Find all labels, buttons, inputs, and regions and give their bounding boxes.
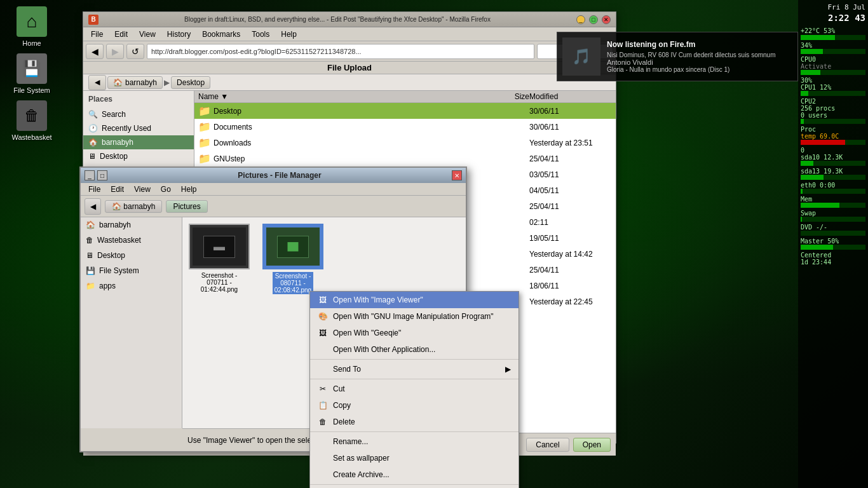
pfm-place-desktop[interactable]: 🖥 Desktop <box>81 248 182 263</box>
ctx-set-wallpaper[interactable]: Set as wallpaper <box>310 450 519 466</box>
user-icon: 🏠 <box>113 78 123 87</box>
pfm-menu-view[interactable]: View <box>129 184 156 195</box>
menu-view[interactable]: View <box>134 29 161 40</box>
thumb-label-1: Screenshot -070711 -01:42:44.png <box>201 272 238 293</box>
menu-edit[interactable]: Edit <box>109 29 133 40</box>
ctx-send-to[interactable]: Send To ▶ <box>310 361 519 377</box>
pfm-menu-edit[interactable]: Edit <box>105 184 129 195</box>
menu-file[interactable]: File <box>86 29 108 40</box>
thumbnail-2[interactable]: ██ Screenshot -080711 -02:08:42.png <box>262 224 323 294</box>
thumb-img-1: ▬ <box>189 224 250 269</box>
folder-icon: 📁 <box>198 152 211 165</box>
pfm-places: 🏠 barnabyh 🗑 Wastebasket 🖥 Desktop 💾 Fil… <box>81 217 182 428</box>
pfm-location-pictures[interactable]: Pictures <box>166 200 207 213</box>
ctx-rename[interactable]: Rename... <box>310 433 519 450</box>
home-icon: 🏠 <box>112 202 121 211</box>
send-to-icon <box>318 364 328 374</box>
desktop-icons: ⌂ Home 💾 File System 🗑 Wastebasket <box>0 0 64 147</box>
ctx-open-image-viewer[interactable]: 🖼 Open With "Image Viewer" <box>310 292 519 308</box>
menu-history[interactable]: History <box>162 29 196 40</box>
table-row[interactable]: 📁Documents 30/06/11 <box>194 119 616 135</box>
places-item-desktop[interactable]: 🖥 Desktop <box>83 149 194 163</box>
system-time: Fri 8 Jul 2:22 43 <box>801 3 865 25</box>
menu-help[interactable]: Help <box>276 29 302 40</box>
breadcrumb-arrow: ▶ <box>164 78 170 87</box>
cancel-button[interactable]: Cancel <box>526 438 569 452</box>
filesystem-icon-label: File System <box>13 86 50 94</box>
thumb-img-2: ██ <box>262 224 323 269</box>
forward-button[interactable]: ▶ <box>106 44 124 59</box>
places-item-search[interactable]: 🔍 Search <box>83 107 194 121</box>
thumbnail-1[interactable]: ▬ Screenshot -070711 -01:42:44.png <box>189 224 250 293</box>
places-item-recent[interactable]: 🕐 Recently Used <box>83 121 194 135</box>
desktop-icon: 🖥 <box>86 251 93 260</box>
pfm-place-apps[interactable]: 📁 apps <box>81 278 182 294</box>
geeqie-icon: 🖼 <box>318 328 328 338</box>
pfm-location-home[interactable]: 🏠 barnabyh <box>105 200 162 213</box>
places-header: Places <box>83 91 194 107</box>
ctx-open-geeqie[interactable]: 🖼 Open With "Geeqie" <box>310 325 519 341</box>
close-button[interactable]: ✕ <box>602 15 611 24</box>
maximize-button[interactable]: □ <box>589 15 598 24</box>
filesystem-icon: 💾 <box>86 266 95 275</box>
music-artist: Antonio Vivaldi <box>607 58 792 66</box>
col-header-size[interactable]: Size <box>491 92 529 101</box>
open-button[interactable]: Open <box>573 438 611 452</box>
pfm-place-home[interactable]: 🏠 barnabyh <box>81 217 182 233</box>
context-menu: 🖼 Open With "Image Viewer" 🎨 Open With "… <box>309 291 519 488</box>
breadcrumb-desktop[interactable]: Desktop <box>171 76 210 89</box>
delete-icon: 🗑 <box>318 417 328 427</box>
ctx-create-archive[interactable]: Create Archive... <box>310 466 519 483</box>
reload-button[interactable]: ↺ <box>126 44 144 59</box>
pfm-menu-file[interactable]: File <box>83 184 105 195</box>
firefox-menubar: File Edit View History Bookmarks Tools H… <box>83 27 616 41</box>
ctx-separator-3 <box>310 431 519 432</box>
desktop-icon-filesystem[interactable]: 💾 File System <box>6 53 57 94</box>
desktop-icon-home[interactable]: ⌂ Home <box>6 6 57 47</box>
ctx-open-gimp[interactable]: 🎨 Open With "GNU Image Manipulation Prog… <box>310 308 519 325</box>
menu-tools[interactable]: Tools <box>247 29 275 40</box>
menu-bookmarks[interactable]: Bookmarks <box>197 29 245 40</box>
other-app-icon <box>318 344 328 355</box>
ctx-separator-2 <box>310 379 519 379</box>
table-row[interactable]: 📁GNUstep 25/04/11 <box>194 151 616 166</box>
music-info: Now listening on Fire.fm Nisi Dominus, R… <box>607 40 792 73</box>
wastebasket-icon: 🗑 <box>86 236 93 245</box>
submenu-arrow-icon: ▶ <box>505 365 511 374</box>
ctx-delete[interactable]: 🗑 Delete <box>310 414 519 430</box>
clock-icon: 🕐 <box>88 124 98 133</box>
pfm-menu-go[interactable]: Go <box>156 184 176 195</box>
dialog-buttons: Cancel Open <box>526 438 611 452</box>
pfm-menu-help[interactable]: Help <box>176 184 202 195</box>
home-icon: 🏠 <box>88 138 98 147</box>
music-widget: 🎵 Now listening on Fire.fm Nisi Dominus,… <box>557 32 798 81</box>
archive-icon <box>318 470 328 480</box>
pfm-place-wastebasket[interactable]: 🗑 Wastebasket <box>81 233 182 248</box>
col-header-modified[interactable]: Modified <box>529 92 612 101</box>
folder-icon: 📁 <box>198 121 211 133</box>
breadcrumb-back[interactable]: ◀ <box>88 75 106 90</box>
url-bar[interactable] <box>147 44 534 59</box>
ctx-copy[interactable]: 📋 Copy <box>310 397 519 414</box>
ctx-open-other[interactable]: Open With Other Application... <box>310 341 519 358</box>
fm-breadcrumb: ◀ 🏠 barnabyh ▶ Desktop <box>83 74 616 91</box>
column-headers: Name ▼ Size Modified <box>194 91 616 103</box>
back-button[interactable]: ◀ <box>86 44 104 59</box>
col-header-name[interactable]: Name ▼ <box>198 92 491 101</box>
pfm-minimize[interactable]: _ <box>85 170 95 180</box>
wastebasket-icon-label: Wastebasket <box>11 133 51 141</box>
pfm-back-button[interactable]: ◀ <box>85 198 101 215</box>
ctx-cut[interactable]: ✂ Cut <box>310 381 519 397</box>
desktop-icon-wastebasket[interactable]: 🗑 Wastebasket <box>6 100 57 141</box>
minimize-button[interactable]: _ <box>576 15 585 24</box>
gimp-icon: 🎨 <box>318 311 328 322</box>
folder-icon: 📁 <box>198 137 211 149</box>
breadcrumb-user[interactable]: 🏠 barnabyh <box>107 76 163 89</box>
table-row[interactable]: 📁Desktop 30/06/11 <box>194 103 616 119</box>
table-row[interactable]: 📁Downloads Yesterday at 23:51 <box>194 135 616 151</box>
pfm-maximize[interactable]: □ <box>97 170 107 180</box>
pfm-close[interactable]: ✕ <box>452 170 462 180</box>
pfm-place-filesystem[interactable]: 💾 File System <box>81 263 182 278</box>
rename-icon <box>318 437 328 447</box>
places-item-home[interactable]: 🏠 barnabyh <box>83 135 194 149</box>
